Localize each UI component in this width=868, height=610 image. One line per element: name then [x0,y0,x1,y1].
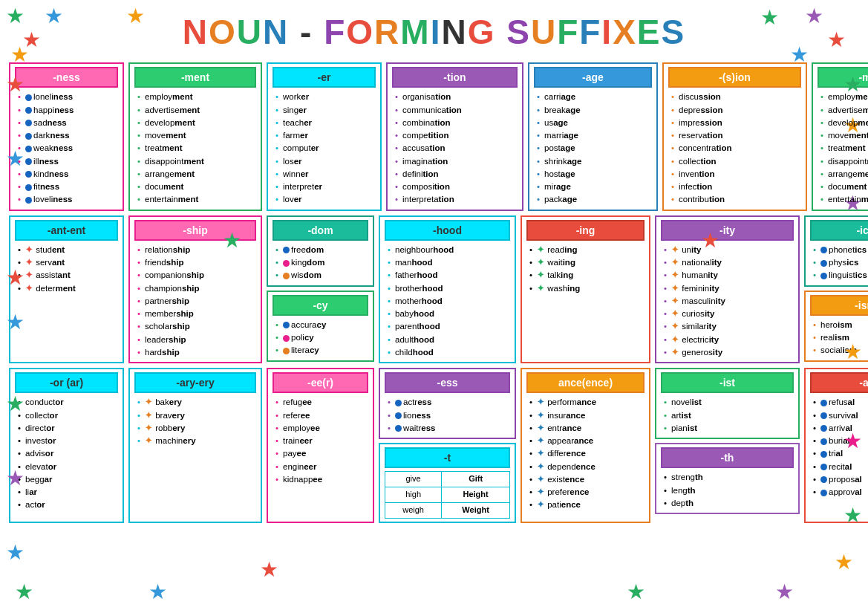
star-decor: ★ [835,552,853,573]
suffix-ary-ery-header: -ary-ery [134,372,256,393]
star-decor: ★ [843,431,862,452]
list-item: weakness [18,142,118,155]
list-item: loveliness [18,193,118,206]
list-item: length [664,484,794,497]
list-item: ✦ humanity [664,269,794,282]
list-item: movement [137,129,256,142]
list-item: fitness [18,181,118,193]
list-item: singer [275,104,376,117]
table-cell: Weight [442,503,510,519]
list-item: beggar [18,473,118,486]
suffix-ist: -ist novelist artist pianist [655,368,800,439]
table-cell: give [385,472,442,487]
list-item: shrinkage [537,155,652,168]
list-item: ✦ washing [529,282,645,295]
suffix-hood-header: -hood [385,220,510,241]
suffix-ics-header: -ics [810,220,868,241]
suffix-ment1: -ment employment advertisement developme… [128,62,262,211]
list-item: leadership [137,334,256,346]
list-item: traineer [275,435,368,447]
list-item: ✦ unity [664,244,794,256]
list-item: interpreter [275,181,376,193]
suffix-ess: -ess actress lioness waitress [379,368,516,439]
list-item: manhood [388,256,510,269]
table-cell: high [385,487,442,503]
list-item: document [137,181,256,193]
star-decor: ★ [6,267,25,288]
list-item: illness [18,155,118,168]
list-item: employee [275,422,368,435]
list-item: ✦ machinery [137,435,256,447]
list-item: artist [664,409,794,422]
suffix-ity: -ity ✦ unity ✦ nationality ✦ humanity ✦ … [655,215,800,364]
list-item: literacy [275,344,368,357]
list-item: elevator [18,461,118,473]
list-item: ✦ performance [529,396,645,409]
list-item: kingdom [275,256,368,269]
list-item: disappointment [137,155,256,168]
suffix-ance-header: ance(ence) [526,372,645,393]
list-item: hardship [137,346,256,359]
list-item: ✦ determent [18,282,118,295]
suffix-or-header: -or (ar) [15,372,118,393]
list-item: teacher [275,117,376,129]
list-item: policy [275,331,368,344]
list-item: membership [137,308,256,320]
list-item: ✦ dependence [529,461,645,473]
list-item: ✦ robbery [137,422,256,435]
suffix-ant-ent: -ant-ent ✦ student ✦ servant ✦ assistant… [9,215,124,364]
list-item: sadness [18,117,118,129]
col-ess-t: -ess actress lioness waitress -t give Gi… [379,368,516,523]
list-item: partnership [137,295,256,308]
list-item: arrangement [820,168,868,181]
list-item: ✦ existence [529,473,645,486]
list-item: employment [137,91,256,103]
list-item: mirage [537,181,652,193]
suffix-ness: -ness loneliness happiness sadness darkn… [9,62,124,211]
list-item: ✦ student [18,244,118,256]
list-item: marriage [537,129,652,142]
list-item: ✦ appearance [529,435,645,447]
list-item: ✦ assistant [18,269,118,282]
star-decor: ★ [6,542,25,563]
list-item: ✦ similarity [664,320,794,333]
list-item: ✦ curiosity [664,308,794,320]
list-item: treatment [820,142,868,155]
list-item: championship [137,282,256,295]
list-item: actress [388,396,510,409]
list-item: invention [671,168,801,181]
list-item: farmer [275,129,376,142]
table-cell: Gift [442,472,510,487]
list-item: reservation [671,129,801,142]
list-item: waitress [388,422,510,435]
suffix-age-header: -age [534,67,652,88]
suffix-eer: -ee(r) refugee referee employee traineer… [267,368,374,523]
list-item: hostage [537,168,652,181]
table-cell: weigh [385,503,442,519]
suffix-or: -or (ar) conductor collector director in… [9,368,124,523]
list-item: lioness [388,409,510,422]
suffix-ary-ery: -ary-ery ✦ bakery ✦ bravery ✦ robbery ✦ … [128,368,262,523]
suffix-al-header: -al [810,372,868,393]
list-item: darkness [18,129,118,142]
list-item: accusation [395,142,518,155]
list-item: loneliness [18,91,118,103]
list-item: depression [671,104,801,117]
list-item: refugee [275,396,368,409]
list-item: document [820,181,868,193]
star-decor: ★ [701,230,719,251]
list-item: freedom [275,244,368,256]
star-decor: ★ [260,559,278,580]
list-item: contribution [671,193,801,206]
list-item: arrangement [137,168,256,181]
list-item: ✦ bravery [137,409,256,422]
list-item: organisation [395,91,518,103]
list-item: advisor [18,447,118,460]
list-item: liar [18,486,118,499]
star-decor: ★ [775,582,794,603]
list-item: survival [813,409,868,422]
list-item: discussion [671,91,801,103]
list-item: computer [275,142,376,155]
list-item: combination [395,117,518,129]
list-item: ✦ masculinity [664,295,794,308]
